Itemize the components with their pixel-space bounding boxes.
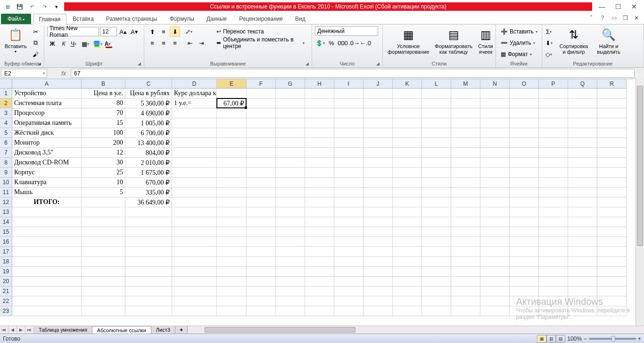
cell-M12[interactable] bbox=[451, 197, 480, 207]
name-box[interactable]: E2 bbox=[1, 69, 47, 78]
cell-B10[interactable]: 10 bbox=[82, 178, 125, 188]
cell-E4[interactable] bbox=[217, 118, 247, 128]
cell-A4[interactable]: Оперативная память bbox=[12, 118, 82, 128]
cell-F21[interactable] bbox=[247, 286, 276, 296]
cell-P1[interactable] bbox=[539, 89, 568, 98]
cell-O19[interactable] bbox=[510, 267, 539, 277]
cell-O14[interactable] bbox=[510, 217, 539, 227]
cell-A6[interactable]: Монитор bbox=[12, 138, 82, 148]
cell-B8[interactable]: 30 bbox=[82, 158, 125, 168]
autosum-button[interactable]: Σ▾ bbox=[545, 26, 555, 37]
copy-button[interactable]: ⧉ bbox=[31, 38, 41, 48]
select-all-corner[interactable] bbox=[0, 79, 12, 89]
cell-N20[interactable] bbox=[480, 277, 510, 286]
cell-H2[interactable] bbox=[305, 98, 334, 108]
cell-H20[interactable] bbox=[305, 277, 334, 286]
cell-O13[interactable] bbox=[510, 207, 539, 217]
cell-J10[interactable] bbox=[363, 178, 393, 188]
cell-A17[interactable] bbox=[12, 247, 82, 257]
cell-L6[interactable] bbox=[422, 138, 451, 148]
cell-O4[interactable] bbox=[510, 118, 539, 128]
tab-formulas[interactable]: Формулы bbox=[164, 13, 200, 24]
cell-J9[interactable] bbox=[363, 168, 393, 178]
minimize-ribbon-icon[interactable]: ˄ bbox=[587, 14, 595, 22]
cell-C9[interactable]: 1 675,00 ₽ bbox=[125, 168, 172, 178]
cell-A15[interactable] bbox=[12, 227, 82, 237]
cell-C8[interactable]: 2 010,00 ₽ bbox=[125, 158, 172, 168]
cell-N3[interactable] bbox=[480, 108, 510, 118]
cell-M10[interactable] bbox=[451, 178, 480, 188]
clear-button[interactable]: ◇▾ bbox=[545, 49, 555, 59]
cell-P4[interactable] bbox=[539, 118, 568, 128]
zoom-out-button[interactable]: − bbox=[584, 335, 587, 342]
cell-M2[interactable] bbox=[451, 98, 480, 108]
cell-D23[interactable] bbox=[172, 306, 217, 316]
cell-B17[interactable] bbox=[82, 247, 125, 257]
close-workbook-icon[interactable]: ✕ bbox=[633, 14, 640, 22]
cell-K9[interactable] bbox=[393, 168, 422, 178]
cell-C7[interactable]: 804,00 ₽ bbox=[125, 148, 172, 158]
column-header-L[interactable]: L bbox=[422, 79, 451, 89]
cell-B22[interactable] bbox=[82, 296, 125, 306]
cell-Q20[interactable] bbox=[568, 277, 597, 286]
cell-F22[interactable] bbox=[247, 296, 276, 306]
cell-N5[interactable] bbox=[480, 128, 510, 138]
cell-M7[interactable] bbox=[451, 148, 480, 158]
align-bottom-button[interactable]: ⬇ bbox=[170, 26, 180, 37]
cell-P8[interactable] bbox=[539, 158, 568, 168]
cell-F10[interactable] bbox=[247, 178, 276, 188]
cell-B13[interactable] bbox=[82, 207, 125, 217]
cell-L20[interactable] bbox=[422, 277, 451, 286]
cell-B5[interactable]: 100 bbox=[82, 128, 125, 138]
cell-K11[interactable] bbox=[393, 188, 422, 197]
cell-I20[interactable] bbox=[334, 277, 363, 286]
cell-E3[interactable] bbox=[217, 108, 247, 118]
cell-R13[interactable] bbox=[597, 207, 627, 217]
cell-K3[interactable] bbox=[393, 108, 422, 118]
cell-I6[interactable] bbox=[334, 138, 363, 148]
cell-J23[interactable] bbox=[363, 306, 393, 316]
cell-A7[interactable]: Дисковод 3,5" bbox=[12, 148, 82, 158]
cell-D14[interactable] bbox=[172, 217, 217, 227]
cell-H4[interactable] bbox=[305, 118, 334, 128]
cell-P10[interactable] bbox=[539, 178, 568, 188]
cell-C6[interactable]: 13 400,00 ₽ bbox=[125, 138, 172, 148]
bold-button[interactable]: Ж bbox=[47, 39, 58, 49]
column-header-G[interactable]: G bbox=[276, 79, 305, 89]
cell-R10[interactable] bbox=[597, 178, 627, 188]
restore-workbook-icon[interactable]: ❐ bbox=[621, 14, 629, 22]
cell-P5[interactable] bbox=[539, 128, 568, 138]
cell-H22[interactable] bbox=[305, 296, 334, 306]
cell-H17[interactable] bbox=[305, 247, 334, 257]
insert-cells-button[interactable]: ➕Вставить▾ bbox=[499, 26, 542, 37]
cell-R3[interactable] bbox=[597, 108, 627, 118]
cell-Q4[interactable] bbox=[568, 118, 597, 128]
cell-N16[interactable] bbox=[480, 237, 510, 247]
cell-R1[interactable] bbox=[597, 89, 627, 98]
cell-C20[interactable] bbox=[125, 277, 172, 286]
cell-B18[interactable] bbox=[82, 257, 125, 267]
cell-J2[interactable] bbox=[363, 98, 393, 108]
cell-Q7[interactable] bbox=[568, 148, 597, 158]
row-header-15[interactable]: 15 bbox=[0, 227, 12, 237]
row-header-19[interactable]: 19 bbox=[0, 267, 12, 277]
cell-O20[interactable] bbox=[510, 277, 539, 286]
close-button[interactable]: ✕ bbox=[626, 1, 642, 12]
cell-I11[interactable] bbox=[334, 188, 363, 197]
help-icon[interactable]: ? bbox=[599, 14, 606, 22]
row-header-3[interactable]: 3 bbox=[0, 108, 12, 118]
cell-G23[interactable] bbox=[276, 306, 305, 316]
sheet-tab-2[interactable]: Лист3 bbox=[151, 326, 175, 334]
cut-button[interactable]: ✂ bbox=[31, 26, 41, 37]
cell-L13[interactable] bbox=[422, 207, 451, 217]
cell-P23[interactable] bbox=[539, 306, 568, 316]
cell-N7[interactable] bbox=[480, 148, 510, 158]
cell-P18[interactable] bbox=[539, 257, 568, 267]
cell-J19[interactable] bbox=[363, 267, 393, 277]
number-launcher[interactable]: ◢ bbox=[376, 61, 381, 66]
cell-P16[interactable] bbox=[539, 237, 568, 247]
cell-Q3[interactable] bbox=[568, 108, 597, 118]
cell-A1[interactable]: Устройство bbox=[12, 89, 82, 98]
cell-E18[interactable] bbox=[217, 257, 247, 267]
cell-C10[interactable]: 670,00 ₽ bbox=[125, 178, 172, 188]
